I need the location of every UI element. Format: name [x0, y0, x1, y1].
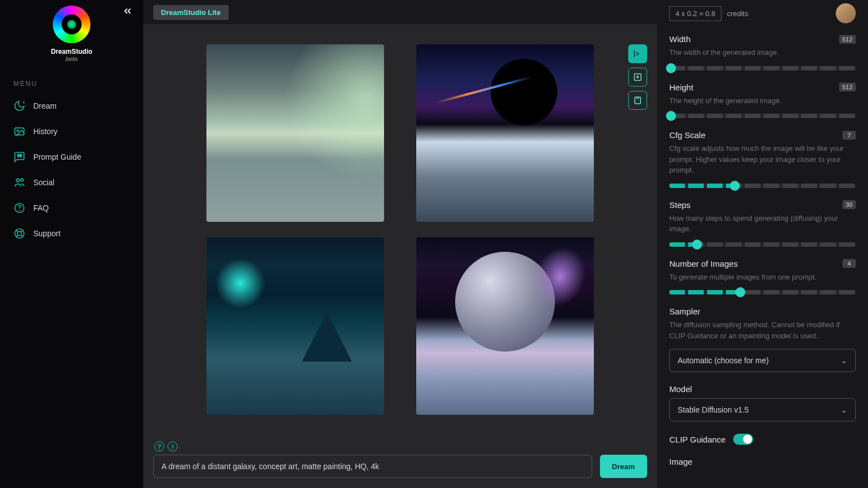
moon-icon: [13, 100, 26, 112]
credits-label: credits: [727, 9, 748, 18]
svg-point-3: [17, 130, 18, 131]
svg-point-5: [17, 179, 20, 182]
setting-height: Height 512 The height of the generated i…: [669, 83, 856, 119]
main-area: DreamStudio Lite ? i Dream: [143, 0, 657, 488]
setting-title: Height: [669, 83, 693, 92]
chevron-down-icon: ⌄: [841, 405, 847, 414]
setting-title: CLIP Guidance: [669, 435, 725, 444]
settings-panel: 4 x 0.2 = 0.8 credits Width 512 The widt…: [657, 0, 868, 488]
sidebar-item-label: Support: [33, 229, 60, 238]
app-subtitle: beta: [0, 55, 143, 62]
setting-value: 512: [839, 83, 856, 92]
setting-image: Image: [669, 457, 856, 466]
gallery: [143, 24, 657, 441]
setting-value: 512: [839, 35, 856, 44]
setting-title: Width: [669, 34, 690, 44]
sidebar-item-prompt-guide[interactable]: 99 Prompt Guide: [0, 144, 143, 170]
help-icon[interactable]: ?: [154, 441, 164, 451]
setting-cfg: Cfg Scale 7 Cfg scale adjusts how much t…: [669, 130, 856, 188]
sidebar-item-history[interactable]: History: [0, 119, 143, 144]
collapse-sidebar-button[interactable]: [122, 6, 133, 18]
sidebar-item-social[interactable]: Social: [0, 170, 143, 195]
setting-model: Model Stable Diffusion v1.5 ⌄: [669, 384, 856, 421]
setting-desc: To generate multiple images from one pro…: [669, 272, 856, 283]
prompt-bar: ? i Dream: [143, 441, 657, 488]
cfg-slider[interactable]: [669, 184, 856, 188]
clip-guidance-toggle[interactable]: [733, 434, 753, 445]
avatar[interactable]: [836, 3, 856, 23]
sidebar-item-label: Prompt Guide: [33, 152, 81, 161]
svg-text:99: 99: [17, 153, 22, 158]
users-icon: [13, 176, 26, 189]
credits-calc: 4 x 0.2 = 0.8: [669, 6, 721, 21]
model-select[interactable]: Stable Diffusion v1.5 ⌄: [669, 398, 856, 421]
select-value: Stable Diffusion v1.5: [678, 405, 749, 414]
download-button[interactable]: [628, 68, 647, 87]
generated-image[interactable]: [416, 44, 594, 222]
topbar: DreamStudio Lite: [143, 0, 657, 24]
setting-title: Cfg Scale: [669, 130, 705, 140]
lite-badge[interactable]: DreamStudio Lite: [153, 5, 229, 20]
setting-value: 7: [842, 131, 856, 140]
help-icon: [13, 202, 26, 214]
setting-value: 4: [842, 259, 856, 268]
generated-image[interactable]: [206, 237, 384, 415]
setting-title: Model: [669, 384, 856, 394]
setting-clip: CLIP Guidance: [669, 434, 856, 445]
image-icon: [13, 125, 26, 138]
sidebar-item-label: History: [33, 127, 58, 136]
svg-point-10: [17, 231, 21, 235]
app-title: DreamStudio: [0, 48, 143, 55]
setting-desc: How many steps to spend generating (diff…: [669, 213, 856, 235]
info-icon[interactable]: i: [168, 441, 178, 451]
archive-button[interactable]: [628, 91, 647, 110]
steps-slider[interactable]: [669, 242, 856, 247]
setting-width: Width 512 The width of the generated ima…: [669, 34, 856, 70]
svg-point-6: [21, 179, 23, 181]
generated-image[interactable]: [206, 44, 384, 222]
dream-button[interactable]: Dream: [600, 455, 648, 478]
logo-icon: [53, 6, 90, 43]
generated-image[interactable]: [416, 237, 594, 415]
menu-label: MENU: [0, 72, 143, 93]
sidebar-item-support[interactable]: Support: [0, 221, 143, 246]
setting-num-images: Number of Images 4 To generate multiple …: [669, 259, 856, 295]
sampler-select[interactable]: Automatic (choose for me) ⌄: [669, 349, 856, 372]
setting-title: Number of Images: [669, 259, 738, 268]
setting-value: 30: [842, 200, 856, 209]
prompt-input[interactable]: [153, 455, 592, 478]
num-images-slider[interactable]: [669, 290, 856, 294]
sidebar-item-label: Dream: [33, 101, 57, 110]
setting-title: Image: [669, 457, 856, 466]
export-button[interactable]: [628, 44, 647, 63]
setting-desc: The width of the generated image.: [669, 47, 856, 58]
lifebuoy-icon: [13, 227, 26, 240]
setting-desc: Cfg scale adjusts how much the image wil…: [669, 143, 856, 176]
setting-title: Steps: [669, 200, 690, 210]
svg-rect-18: [635, 97, 641, 104]
quote-icon: 99: [13, 151, 26, 163]
setting-desc: The height of the generated image.: [669, 95, 856, 106]
svg-point-8: [19, 210, 20, 211]
select-value: Automatic (choose for me): [678, 356, 769, 365]
setting-desc: The diffusion sampling method. Cannot be…: [669, 319, 856, 341]
sidebar-item-dream[interactable]: Dream: [0, 93, 143, 119]
setting-sampler: Sampler The diffusion sampling method. C…: [669, 307, 856, 372]
height-slider[interactable]: [669, 114, 856, 118]
width-slider[interactable]: [669, 66, 856, 70]
chevron-down-icon: ⌄: [841, 356, 847, 365]
sidebar-item-faq[interactable]: FAQ: [0, 195, 143, 221]
sidebar: DreamStudio beta MENU Dream History 99 P…: [0, 0, 143, 488]
setting-steps: Steps 30 How many steps to spend generat…: [669, 200, 856, 247]
sidebar-item-label: Social: [33, 178, 54, 187]
sidebar-item-label: FAQ: [33, 204, 49, 212]
setting-title: Sampler: [669, 307, 856, 316]
